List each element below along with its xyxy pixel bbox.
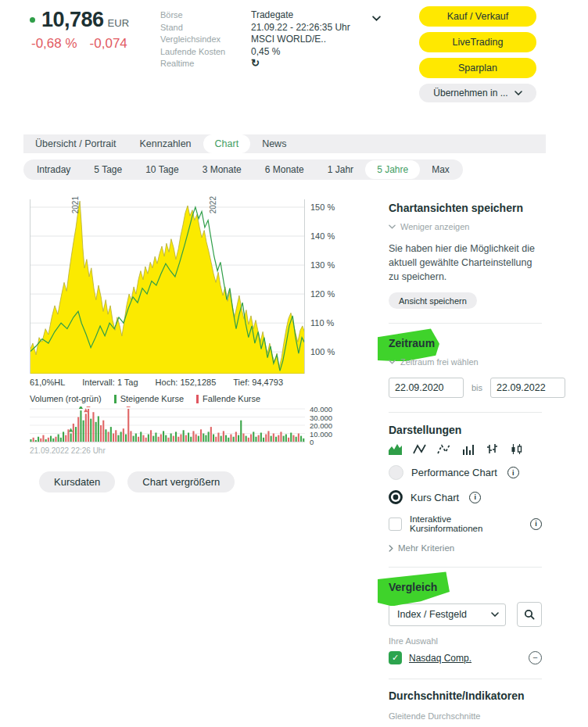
vergleich-select-value: Index / Festgeld bbox=[397, 609, 467, 620]
change-absolute: -0,074 bbox=[90, 36, 127, 52]
stand-value: 21.09.22 - 22:26:35 Uhr bbox=[251, 22, 350, 34]
rising-label: Steigende Kurse bbox=[120, 394, 184, 403]
period-max[interactable]: Max bbox=[420, 159, 461, 180]
checkbox-checked-icon[interactable]: ✓ bbox=[389, 651, 402, 664]
weniger-anzeigen-label: Weniger anzeigen bbox=[400, 222, 469, 231]
save-views-title: Chartansichten speichern bbox=[389, 202, 542, 214]
info-label: Laufende Kosten bbox=[160, 46, 251, 59]
weniger-anzeigen-toggle[interactable]: Weniger anzeigen bbox=[389, 222, 542, 231]
radio-checked-icon[interactable] bbox=[389, 490, 403, 504]
info-icon[interactable]: i bbox=[469, 492, 481, 503]
line-chart-icon[interactable] bbox=[413, 443, 426, 455]
indikatoren-title: Durchschnitte/Indikatoren bbox=[389, 689, 542, 702]
price-currency: EUR bbox=[108, 17, 129, 29]
kursdaten-button[interactable]: Kursdaten bbox=[39, 471, 115, 492]
ansicht-speichern-button[interactable]: Ansicht speichern bbox=[389, 292, 477, 309]
chevron-down-icon bbox=[514, 91, 522, 95]
price-change: -0,68 % -0,074 bbox=[30, 36, 129, 52]
divider bbox=[389, 567, 542, 568]
kurs-chart-label: Kurs Chart bbox=[411, 492, 459, 503]
quote-info-block: BörseTradegate Stand21.09.22 - 22:26:35 … bbox=[160, 9, 350, 70]
kauf-verkauf-button[interactable]: Kauf / Verkauf bbox=[419, 6, 536, 27]
candlestick-chart-icon[interactable] bbox=[510, 443, 523, 455]
boerse-dropdown-chevron-icon[interactable] bbox=[372, 10, 381, 24]
remove-comparison-icon[interactable]: − bbox=[529, 651, 542, 664]
divider bbox=[389, 412, 542, 413]
price-chart-y-axis: 150 %140 %130 %120 %110 %100 % bbox=[310, 199, 353, 374]
chart-vergroessern-button[interactable]: Chart vergrößern bbox=[127, 471, 235, 492]
period-5-tage[interactable]: 5 Tage bbox=[82, 159, 134, 180]
chevron-down-icon[interactable] bbox=[485, 604, 505, 625]
chart-area: 20212022 150 %140 %130 %120 %110 %100 % … bbox=[30, 199, 366, 492]
chevron-down-icon bbox=[389, 224, 396, 229]
uebernehmen-label: Übernehmen in ... bbox=[433, 88, 507, 98]
uebernehmen-button[interactable]: Übernehmen in ... bbox=[419, 84, 536, 102]
livetrading-button[interactable]: LiveTrading bbox=[419, 32, 536, 52]
bis-label: bis bbox=[471, 383, 482, 392]
falling-label: Fallende Kurse bbox=[203, 394, 260, 403]
search-icon bbox=[524, 609, 535, 620]
save-views-description: Sie haben hier die Möglichkeit die aktue… bbox=[389, 242, 542, 284]
nasdaq-comp-link[interactable]: Nasdaq Comp. bbox=[409, 653, 471, 664]
vergleich-select[interactable]: Index / Festgeld bbox=[389, 603, 506, 626]
search-button[interactable] bbox=[517, 602, 542, 627]
boerse-value[interactable]: Tradegate bbox=[251, 9, 293, 22]
info-icon[interactable]: i bbox=[530, 518, 542, 530]
performance-chart-option[interactable]: Performance Chart i bbox=[389, 465, 542, 480]
date-from-input[interactable] bbox=[389, 378, 464, 398]
info-label: Stand bbox=[160, 22, 251, 34]
period-6-monate[interactable]: 6 Monate bbox=[253, 159, 316, 180]
chart-settings-sidebar: Chartansichten speichern Weniger anzeige… bbox=[389, 202, 542, 727]
price-value: 10,786 bbox=[41, 8, 104, 32]
refresh-icon[interactable]: ↻ bbox=[251, 58, 260, 70]
chart-buttons: Kursdaten Chart vergrößern bbox=[39, 471, 366, 492]
ohlc-chart-icon[interactable] bbox=[486, 443, 499, 455]
info-label: Vergleichsindex bbox=[160, 34, 251, 46]
y-axis-tick-label: 100 % bbox=[310, 347, 335, 356]
checkbox-unchecked-icon[interactable] bbox=[389, 517, 402, 531]
volume-axis-tick-label: 0 bbox=[310, 438, 314, 446]
period-1-jahr[interactable]: 1 Jahr bbox=[316, 159, 365, 180]
period-selector: Intraday 5 Tage 10 Tage 3 Monate 6 Monat… bbox=[23, 159, 463, 180]
stat-high: Hoch: 152,1285 bbox=[156, 378, 217, 387]
tab-news[interactable]: News bbox=[250, 134, 298, 153]
volume-chart-y-axis: 40.00030.00020.00010.0000 bbox=[310, 406, 349, 444]
volume-legend: Volumen (rot-grün) Steigende Kurse Falle… bbox=[30, 394, 366, 403]
chevron-down-icon bbox=[389, 360, 396, 364]
period-3-monate[interactable]: 3 Monate bbox=[191, 159, 253, 180]
period-5-jahre[interactable]: 5 Jahre bbox=[365, 160, 420, 179]
area-chart-icon[interactable] bbox=[389, 443, 402, 455]
radio-unchecked-icon[interactable] bbox=[389, 465, 403, 480]
divider bbox=[389, 679, 542, 679]
vergleich-title: Vergleich bbox=[389, 581, 542, 593]
sparplan-button[interactable]: Sparplan bbox=[419, 58, 536, 78]
price-block: 10,786 EUR -0,68 % -0,074 bbox=[30, 8, 129, 52]
vergleich-select-row: Index / Festgeld bbox=[389, 602, 542, 627]
falling-swatch-icon bbox=[196, 395, 199, 403]
mehr-kriterien-label: Mehr Kriterien bbox=[398, 543, 454, 553]
dashed-line-chart-icon[interactable] bbox=[437, 443, 450, 455]
volume-axis-tick-label: 20.000 bbox=[310, 421, 332, 430]
interaktive-kursinformationen-option[interactable]: Interaktive Kursinformationen i bbox=[389, 514, 542, 533]
trend-dot-icon bbox=[30, 17, 35, 23]
darstellungen-title: Darstellungen bbox=[389, 424, 542, 436]
tab-uebersicht-portrait[interactable]: Übersicht / Portrait bbox=[23, 134, 128, 153]
zeitraum-frei-waehlen-label: Zeitraum frei wählen bbox=[400, 357, 479, 367]
bar-chart-icon[interactable] bbox=[461, 443, 475, 455]
action-buttons: Kauf / Verkauf LiveTrading Sparplan Über… bbox=[419, 6, 536, 108]
info-icon[interactable]: i bbox=[507, 467, 519, 478]
darstellungen-mehr-kriterien-link[interactable]: Mehr Kriterien bbox=[389, 543, 542, 553]
divider bbox=[389, 323, 542, 324]
interaktive-kursinformationen-label: Interaktive Kursinformationen bbox=[410, 514, 520, 533]
zeitraum-frei-waehlen-toggle[interactable]: Zeitraum frei wählen bbox=[389, 357, 542, 367]
date-to-input[interactable] bbox=[490, 378, 565, 398]
tab-kennzahlen[interactable]: Kennzahlen bbox=[128, 134, 203, 153]
y-axis-tick-label: 130 % bbox=[310, 260, 335, 270]
kurs-chart-option[interactable]: Kurs Chart i bbox=[389, 490, 542, 504]
main-tabbar: Übersicht / Portrait Kennzahlen Chart Ne… bbox=[23, 134, 546, 153]
period-intraday[interactable]: Intraday bbox=[25, 159, 82, 180]
comparison-selection-row: ✓ Nasdaq Comp. − bbox=[389, 651, 542, 664]
rising-swatch-icon bbox=[114, 395, 117, 403]
period-10-tage[interactable]: 10 Tage bbox=[134, 159, 191, 180]
tab-chart[interactable]: Chart bbox=[203, 134, 251, 153]
